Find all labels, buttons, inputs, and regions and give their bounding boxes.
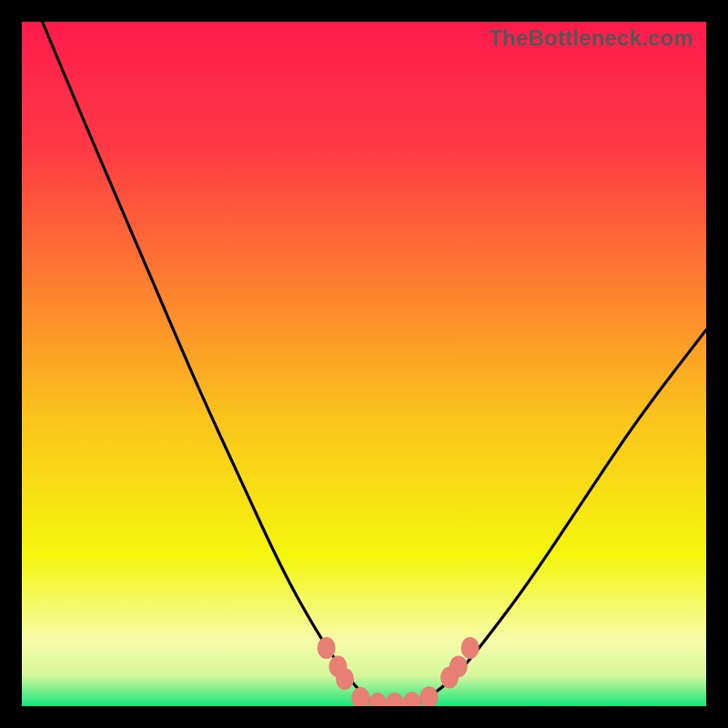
- bottleneck-chart: [22, 22, 706, 706]
- gradient-background: [22, 22, 706, 706]
- marker-point-10: [461, 637, 480, 659]
- marker-point-9: [450, 655, 468, 677]
- chart-frame: TheBottleneck.com: [22, 22, 706, 706]
- watermark-text: TheBottleneck.com: [489, 25, 693, 51]
- marker-point-2: [336, 668, 354, 690]
- marker-point-0: [318, 637, 336, 659]
